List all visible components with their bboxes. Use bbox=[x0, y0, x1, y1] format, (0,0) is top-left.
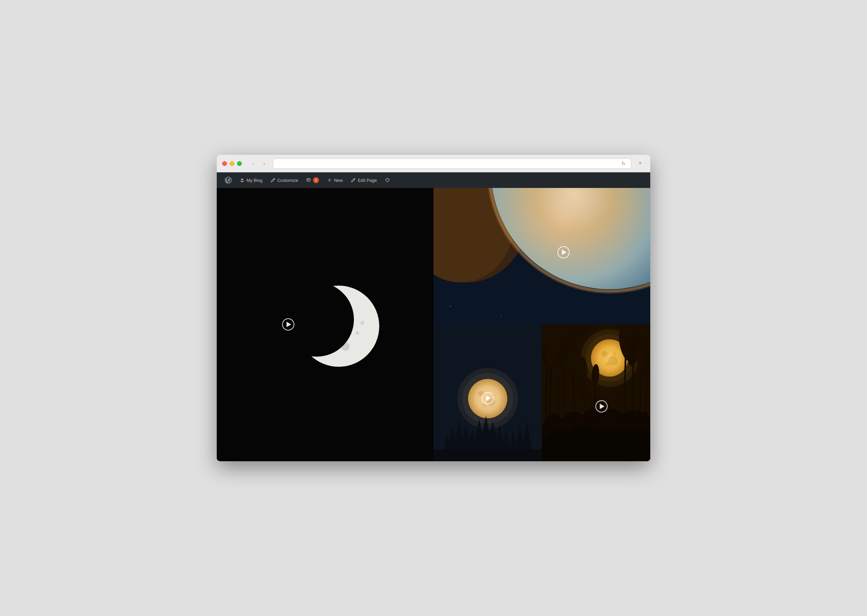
play-button-moon-grass[interactable] bbox=[595, 400, 608, 412]
forward-button[interactable]: › bbox=[259, 159, 269, 168]
customize-label: Customize bbox=[277, 178, 298, 183]
minimize-button[interactable] bbox=[229, 161, 234, 166]
traffic-lights bbox=[222, 161, 242, 166]
maximize-button[interactable] bbox=[237, 161, 242, 166]
comment-count: 0 bbox=[313, 177, 319, 183]
svg-point-5 bbox=[346, 310, 352, 315]
close-button[interactable] bbox=[222, 161, 227, 166]
svg-rect-41 bbox=[433, 450, 542, 461]
svg-point-3 bbox=[298, 286, 379, 367]
diamond-item[interactable] bbox=[381, 172, 394, 188]
my-blog-item[interactable]: My Blog bbox=[236, 172, 267, 188]
new-item[interactable]: New bbox=[323, 172, 347, 188]
title-bar: ‹ › ↻ + bbox=[217, 155, 650, 172]
svg-point-50 bbox=[613, 352, 616, 356]
svg-point-18 bbox=[569, 191, 569, 191]
browser-window: ‹ › ↻ + My Blog Customize 0 bbox=[217, 155, 650, 461]
moon-grass-item[interactable] bbox=[542, 324, 650, 461]
address-bar[interactable]: ↻ bbox=[273, 159, 631, 169]
back-button[interactable]: ‹ bbox=[248, 159, 258, 168]
planet-item[interactable] bbox=[433, 188, 650, 324]
bottom-right-grid bbox=[433, 324, 650, 461]
edit-page-label: Edit Page bbox=[358, 178, 377, 183]
nav-buttons: ‹ › bbox=[248, 159, 269, 168]
moon-trees-item[interactable] bbox=[433, 324, 542, 461]
comments-item[interactable]: 0 bbox=[302, 172, 323, 188]
svg-point-16 bbox=[450, 306, 451, 306]
edit-page-item[interactable]: Edit Page bbox=[347, 172, 381, 188]
svg-point-49 bbox=[606, 362, 610, 367]
new-label: New bbox=[334, 178, 343, 183]
my-blog-label: My Blog bbox=[247, 178, 262, 183]
wp-logo[interactable] bbox=[221, 172, 236, 188]
content-grid bbox=[217, 188, 650, 461]
play-button-moon-trees[interactable] bbox=[482, 392, 494, 404]
play-button-planet[interactable] bbox=[558, 246, 570, 258]
svg-point-7 bbox=[341, 343, 350, 350]
new-tab-button[interactable]: + bbox=[635, 159, 645, 168]
reload-button[interactable]: ↻ bbox=[620, 161, 627, 166]
svg-point-8 bbox=[360, 321, 364, 325]
crescent-moon-item[interactable] bbox=[217, 188, 433, 461]
wp-admin-bar: My Blog Customize 0 New Edit Page bbox=[217, 172, 650, 188]
svg-point-6 bbox=[356, 331, 359, 335]
play-button-crescent[interactable] bbox=[282, 318, 294, 330]
svg-point-17 bbox=[501, 316, 501, 317]
customize-item[interactable]: Customize bbox=[267, 172, 302, 188]
svg-point-47 bbox=[602, 351, 608, 357]
